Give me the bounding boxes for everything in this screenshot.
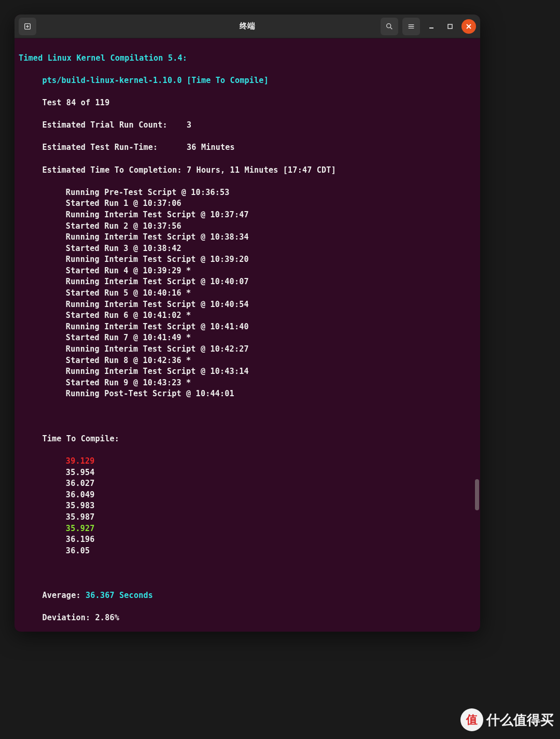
benchmark-title: Timed Linux Kernel Compilation 5.4: — [19, 53, 477, 64]
run-log-line: Started Run 9 @ 10:43:23 * — [19, 378, 477, 389]
run-log-line: Started Run 5 @ 10:40:16 * — [19, 288, 477, 299]
search-button[interactable] — [381, 18, 398, 35]
run-log-line: Running Interim Test Script @ 10:39:20 — [19, 254, 477, 266]
run-log-line: Running Interim Test Script @ 10:37:47 — [19, 210, 477, 221]
compile-time: 35.987 — [19, 512, 477, 523]
compile-time: 35.927 — [19, 523, 477, 535]
test-progress: Test 84 of 119 — [19, 97, 477, 109]
run-log-line: Started Run 3 @ 10:38:42 — [19, 243, 477, 255]
new-tab-button[interactable] — [19, 18, 36, 35]
run-log-line: Running Interim Test Script @ 10:43:14 — [19, 366, 477, 378]
watermark-badge: 值 — [460, 708, 483, 731]
close-button[interactable] — [461, 19, 476, 34]
run-log-line: Started Run 4 @ 10:39:29 * — [19, 266, 477, 277]
titlebar: 终端 — [15, 15, 480, 38]
deviation-line: Deviation: 2.86% — [19, 612, 477, 624]
watermark-text: 什么值得买 — [486, 711, 554, 729]
window-title: 终端 — [240, 21, 255, 31]
compile-time: 36.049 — [19, 490, 477, 501]
compile-time: 36.027 — [19, 478, 477, 490]
run-time: Estimated Test Run-Time: 36 Minutes — [19, 142, 477, 154]
compile-header: Time To Compile: — [19, 434, 477, 445]
run-log-line: Running Post-Test Script @ 10:44:01 — [19, 388, 477, 400]
compile-time: 36.196 — [19, 534, 477, 546]
run-log-line: Started Run 6 @ 10:41:02 * — [19, 310, 477, 322]
minimize-button[interactable] — [424, 19, 439, 34]
run-log-line: Started Run 8 @ 10:42:36 * — [19, 355, 477, 367]
scrollbar-thumb[interactable] — [475, 479, 479, 510]
run-log-line: Running Interim Test Script @ 10:38:34 — [19, 232, 477, 243]
compile-time: 36.05 — [19, 546, 477, 557]
terminal-window: 终端 Timed Linux Kernel Compilation 5.4: p… — [15, 15, 480, 632]
time-to-completion: Estimated Time To Completion: 7 Hours, 1… — [19, 165, 477, 176]
svg-point-3 — [387, 23, 391, 27]
run-log-line: Started Run 2 @ 10:37:56 — [19, 221, 477, 232]
compile-time: 39.129 — [19, 456, 477, 467]
subtest-line: pts/build-linux-kernel-1.10.0 [Time To C… — [19, 75, 477, 87]
run-log-line: Running Pre-Test Script @ 10:36:53 — [19, 187, 477, 199]
run-log-line: Running Interim Test Script @ 10:40:54 — [19, 299, 477, 311]
run-log-line: Started Run 1 @ 10:37:06 — [19, 198, 477, 210]
trial-count: Estimated Trial Run Count: 3 — [19, 120, 477, 131]
svg-rect-9 — [448, 24, 452, 29]
average-line: Average: 36.367 Seconds — [19, 590, 477, 602]
compile-time: 35.954 — [19, 467, 477, 479]
run-log-line: Running Interim Test Script @ 10:42:27 — [19, 344, 477, 355]
compile-time: 35.983 — [19, 500, 477, 512]
menu-button[interactable] — [402, 18, 420, 35]
svg-line-4 — [390, 27, 392, 29]
maximize-button[interactable] — [443, 19, 457, 34]
run-log-line: Started Run 7 @ 10:41:49 * — [19, 332, 477, 344]
terminal-output[interactable]: Timed Linux Kernel Compilation 5.4: pts/… — [15, 38, 480, 632]
watermark: 值 什么值得买 — [460, 708, 554, 731]
run-log-line: Running Interim Test Script @ 10:41:40 — [19, 322, 477, 333]
run-log-line: Running Interim Test Script @ 10:40:07 — [19, 276, 477, 288]
